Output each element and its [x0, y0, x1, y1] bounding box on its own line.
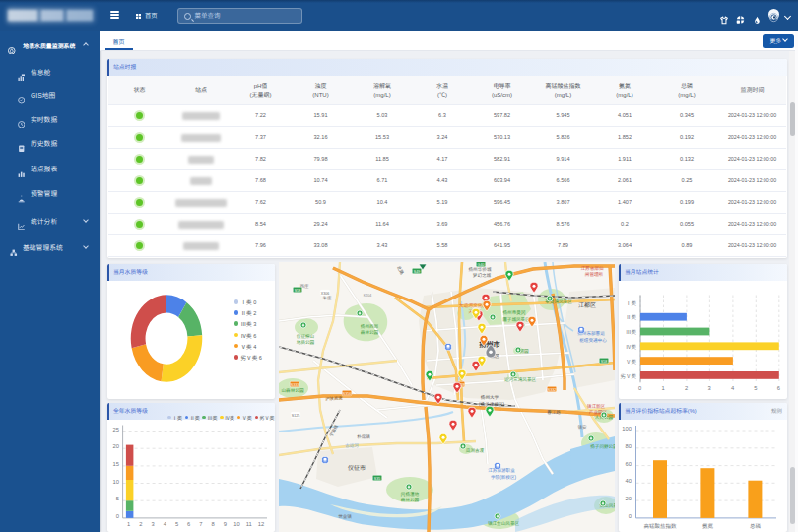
- svg-text:镇安: 镇安: [578, 425, 587, 430]
- svg-text:S58: S58: [601, 360, 607, 364]
- svg-text:闸管理所: 闸管理所: [585, 272, 604, 277]
- svg-text:S356: S356: [343, 392, 351, 396]
- svg-text:朴席镇: 朴席镇: [357, 434, 370, 439]
- svg-text:瓜洲古渡: 瓜洲古渡: [466, 448, 485, 453]
- svg-text:S49: S49: [414, 270, 420, 274]
- svg-text:扬州华侨城: 扬州华侨城: [469, 267, 492, 272]
- svg-text:S333: S333: [291, 383, 299, 387]
- svg-text:镇江金山风景区: 镇江金山风景区: [488, 521, 520, 526]
- svg-text:山森林公园: 山森林公园: [282, 388, 304, 393]
- svg-text:S125: S125: [292, 414, 299, 418]
- svg-text:江都区: 江都区: [578, 302, 596, 308]
- svg-text:森林公园: 森林公园: [361, 330, 379, 335]
- svg-text:世业镇: 世业镇: [338, 514, 352, 519]
- svg-text:江苏旅游职业: 江苏旅游职业: [488, 468, 515, 473]
- svg-text:K204: K204: [364, 294, 371, 298]
- svg-text:S332: S332: [548, 388, 556, 392]
- svg-text:扬州西郊: 扬州西郊: [361, 324, 379, 329]
- svg-text:扬州大学: 扬州大学: [481, 395, 499, 400]
- svg-text:扬子问野公园: 扬子问野公园: [590, 444, 615, 449]
- svg-text:森林公园: 森林公园: [401, 498, 420, 502]
- svg-text:X306: X306: [321, 292, 329, 296]
- svg-text:江苏省邵仙: 江苏省邵仙: [581, 266, 604, 271]
- svg-text:唐子城风景区: 唐子城风景区: [502, 317, 530, 322]
- svg-text:朱庄: 朱庄: [323, 296, 332, 300]
- svg-text:春江路: 春江路: [547, 410, 561, 415]
- svg-text:学院(新校区): 学院(新校区): [491, 475, 516, 480]
- svg-text:仪征市: 仪征市: [348, 464, 366, 471]
- svg-text:G40: G40: [478, 263, 485, 267]
- svg-text:枢纽交通中心: 枢纽交通中心: [579, 338, 607, 343]
- svg-text:镇江新区: 镇江新区: [587, 404, 606, 409]
- svg-text:运河三湾风景区: 运河三湾风景区: [504, 377, 537, 382]
- svg-text:吉运河: 吉运河: [345, 443, 359, 448]
- svg-text:仪征捺山: 仪征捺山: [297, 334, 315, 339]
- svg-text:地质公园: 地质公园: [297, 340, 315, 345]
- svg-text:梦幻之城: 梦幻之城: [473, 273, 492, 278]
- svg-text:(扬子津校区): (扬子津校区): [479, 402, 504, 407]
- svg-text:S58: S58: [295, 289, 300, 293]
- svg-text:S35: S35: [374, 477, 380, 481]
